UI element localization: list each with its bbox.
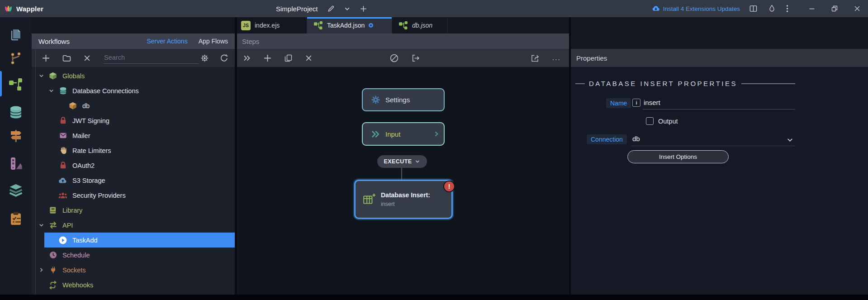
tree-item-sockets[interactable]: Sockets	[32, 262, 235, 277]
split-view-icon[interactable]	[749, 5, 758, 13]
tab-db-json[interactable]: db.json	[392, 17, 448, 33]
editor-tab-strip	[32, 17, 868, 33]
panel-divider[interactable]	[235, 17, 237, 295]
tree-item-jwt-signing[interactable]: JWT Signing	[32, 113, 235, 128]
connection-value[interactable]: db	[632, 135, 640, 143]
search-input[interactable]	[104, 52, 199, 64]
project-dropdown-icon[interactable]	[344, 5, 351, 12]
delete-icon[interactable]	[83, 54, 91, 62]
database-icon	[57, 86, 69, 95]
restore-button[interactable]	[831, 5, 838, 12]
steps-toolbar: ...	[237, 49, 569, 67]
routes-signpost-icon[interactable]	[8, 128, 24, 144]
styles-palette-icon[interactable]	[8, 156, 24, 172]
chevrons-right-icon	[371, 129, 380, 139]
info-icon[interactable]: i	[632, 99, 640, 107]
database-icon[interactable]	[8, 104, 24, 120]
tree-item-globals[interactable]: Globals	[32, 68, 235, 83]
unsaved-indicator[interactable]	[369, 23, 373, 28]
add-step-icon[interactable]	[263, 54, 272, 62]
project-name[interactable]: SimpleProject	[276, 5, 318, 13]
tree-item-taskadd[interactable]: TaskAdd	[32, 233, 235, 248]
name-input[interactable]	[643, 97, 795, 110]
tree-item-rate-limiters[interactable]: Rate Limiters	[32, 143, 235, 158]
insert-options-button[interactable]: Insert Options	[627, 150, 729, 163]
tab-server-actions[interactable]: Server Actions	[147, 38, 187, 45]
section-database-insert-properties: DATABASE INSERT PROPERTIES	[575, 80, 795, 87]
tree-item-oauth2[interactable]: OAuth2	[32, 158, 235, 173]
refresh-icon[interactable]	[220, 54, 228, 62]
lock-icon	[57, 161, 69, 170]
chevron-down-icon[interactable]	[787, 137, 793, 143]
panel-divider[interactable]	[569, 17, 571, 295]
share-icon[interactable]	[530, 53, 541, 63]
gear-icon[interactable]	[200, 54, 209, 62]
delete-step-icon[interactable]	[305, 54, 313, 62]
editor-tabs: JS index.ejs TaskAdd.json db.json	[235, 17, 448, 33]
collapse-steps-icon[interactable]	[242, 54, 251, 62]
plug-icon	[47, 265, 59, 275]
output-checkbox[interactable]	[646, 117, 654, 125]
files-icon[interactable]	[8, 26, 24, 43]
steps-more-button[interactable]: ...	[552, 54, 561, 62]
input-step-button[interactable]: Input	[362, 122, 445, 146]
activity-rail	[0, 17, 32, 295]
api-arrows-icon	[47, 220, 59, 230]
tree-item-security-providers[interactable]: Security Providers	[32, 188, 235, 203]
chevron-down-icon[interactable]	[35, 221, 47, 230]
tree-item-schedule[interactable]: Schedule	[32, 248, 235, 262]
chevron-down-icon[interactable]	[35, 71, 47, 81]
tree-item-webhooks[interactable]: Webhooks	[32, 277, 235, 292]
error-badge[interactable]: !	[443, 181, 455, 192]
execute-dropdown[interactable]: EXECUTE	[377, 155, 427, 168]
workflows-icon[interactable]	[8, 77, 24, 93]
cloud-upload-icon	[57, 176, 69, 185]
lock-icon	[57, 116, 69, 125]
kebab-menu-icon[interactable]	[786, 5, 788, 13]
tree-item-database-connections[interactable]: Database Connections	[32, 83, 235, 98]
tasks-clipboard-icon[interactable]	[8, 210, 24, 227]
minimize-button[interactable]	[808, 5, 816, 12]
workflows-title: Workflows	[38, 38, 70, 45]
disable-step-icon[interactable]	[389, 53, 399, 63]
git-icon[interactable]	[8, 50, 24, 67]
chevron-right-icon[interactable]	[35, 266, 47, 275]
tree-item-api[interactable]: API	[32, 218, 235, 233]
new-project-icon[interactable]	[360, 5, 367, 13]
window-bottom-edge	[0, 295, 868, 300]
close-button[interactable]	[854, 5, 861, 12]
tab-app-flows[interactable]: App Flows	[199, 38, 228, 45]
chevron-down-icon[interactable]	[45, 86, 57, 95]
edit-project-icon[interactable]	[327, 5, 335, 13]
tree-item-s3-storage[interactable]: S3 Storage	[32, 173, 235, 188]
workflows-panel-header: Workflows Server Actions App Flows	[32, 33, 235, 49]
book-icon	[47, 205, 59, 215]
tree-item-mailer[interactable]: Mailer	[32, 128, 235, 143]
tab-taskadd-json[interactable]: TaskAdd.json	[307, 17, 392, 33]
cloud-download-icon	[652, 5, 660, 13]
steps-title: Steps	[242, 38, 259, 45]
wappler-logo-icon	[4, 5, 13, 13]
section-title: DATABASE INSERT PROPERTIES	[589, 80, 737, 87]
copy-step-icon[interactable]	[284, 54, 293, 62]
connection-property-row[interactable]: Connection db	[571, 133, 868, 148]
add-action-icon[interactable]	[42, 54, 50, 62]
users-icon	[57, 190, 69, 200]
tree-item-db[interactable]: db	[32, 98, 235, 113]
layers-icon[interactable]	[8, 182, 24, 199]
flow-file-icon	[398, 21, 408, 30]
tree-item-library[interactable]: Library	[32, 203, 235, 218]
steps-canvas[interactable]: Settings Input EXECUTE Database Insert	[237, 67, 569, 295]
settings-step-button[interactable]: Settings	[362, 88, 445, 111]
table-insert-icon	[363, 193, 375, 206]
theme-droplet-icon[interactable]	[768, 5, 775, 13]
export-icon[interactable]	[411, 53, 420, 63]
tab-index-ejs[interactable]: JS index.ejs	[235, 17, 307, 33]
db-cube-icon	[67, 101, 79, 110]
node-subtitle: insert	[381, 201, 430, 207]
add-folder-icon[interactable]	[62, 54, 71, 62]
properties-title: Properties	[576, 54, 607, 62]
workflows-tree: Globals Database Connections db	[32, 67, 235, 295]
install-extensions-updates-link[interactable]: Install 4 Extensions Updates	[652, 5, 740, 13]
database-insert-step-node[interactable]: Database Insert: insert !	[354, 180, 453, 219]
